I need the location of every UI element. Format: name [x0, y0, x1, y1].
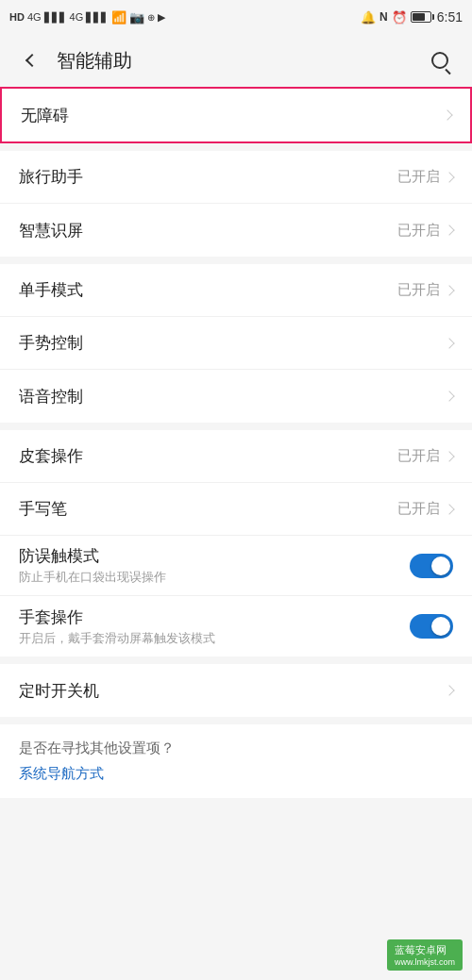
signal-4g-2: 4G	[70, 11, 84, 23]
menu-item-left: 单手模式	[19, 279, 397, 301]
page-title: 智能辅助	[57, 48, 423, 74]
menu-item-shouxie[interactable]: 手写笔 已开启	[0, 483, 472, 536]
chevron-icon	[444, 390, 454, 401]
chevron-icon	[444, 224, 454, 235]
notify-icon: 🔔	[361, 10, 376, 25]
item-title-shoushe: 手势控制	[19, 332, 444, 354]
menu-item-right: 已开启	[397, 500, 453, 518]
section-accessibility: 无障碍	[0, 87, 472, 143]
signal-bars-1: ▋▋▋	[44, 12, 67, 23]
item-subtitle-shoutao: 开启后，戴手套滑动屏幕触发该模式	[19, 630, 410, 647]
back-arrow-icon	[25, 54, 39, 67]
battery-icon	[411, 11, 431, 23]
item-title-dingshi: 定时开关机	[19, 680, 444, 702]
chevron-icon	[444, 172, 454, 182]
top-nav: 智能辅助	[0, 34, 472, 87]
menu-item-right	[442, 111, 451, 119]
menu-item-right: 已开启	[397, 168, 453, 186]
menu-item-right: 已开启	[397, 281, 453, 299]
menu-item-left: 防误触模式 防止手机在口袋出现误操作	[19, 545, 410, 586]
menu-item-left: 旅行助手	[19, 166, 397, 188]
toggle-knob-fangcuo	[431, 556, 450, 575]
status-bar: HD 4G ▋▋▋ 4G ▋▋▋ 📶 📷 ⊕ ▶ 🔔 N ⏰ 6:51	[0, 0, 472, 34]
footer-question: 是否在寻找其他设置项？	[19, 739, 453, 757]
battery-fill	[413, 13, 425, 21]
section-timer: 定时开关机	[0, 664, 472, 717]
item-status-shouxie: 已开启	[397, 500, 440, 518]
chevron-icon	[444, 685, 454, 695]
item-title-fangcuo: 防误触模式	[19, 545, 410, 567]
search-footer: 是否在寻找其他设置项？ 系统导航方式	[0, 724, 472, 798]
menu-item-shoutao[interactable]: 手套操作 开启后，戴手套滑动屏幕触发该模式	[0, 596, 472, 656]
menu-item-wuzhangai[interactable]: 无障碍	[2, 89, 470, 141]
time-display: 6:51	[437, 9, 463, 25]
item-title-zhihui: 智慧识屏	[19, 220, 397, 241]
watermark-subtext: www.lmkjst.com	[395, 957, 455, 967]
menu-item-dingshi[interactable]: 定时开关机	[0, 664, 472, 717]
menu-item-left: 手套操作 开启后，戴手套滑动屏幕触发该模式	[19, 606, 410, 647]
search-button[interactable]	[423, 43, 457, 77]
search-icon	[431, 52, 448, 69]
signal-4g-1: 4G	[27, 11, 42, 23]
menu-item-left: 手势控制	[19, 332, 444, 354]
hd-label: HD	[9, 11, 25, 23]
footer-link[interactable]: 系统导航方式	[19, 765, 453, 783]
toggle-knob-shoutao	[431, 617, 450, 636]
menu-item-left: 无障碍	[21, 105, 442, 126]
menu-item-left: 手写笔	[19, 498, 397, 520]
item-title-shouxie: 手写笔	[19, 498, 397, 520]
chevron-icon	[444, 338, 454, 348]
item-subtitle-fangcuo: 防止手机在口袋出现误操作	[19, 569, 410, 586]
content-area: 无障碍 旅行助手 已开启 智慧识屏 已开启	[0, 87, 472, 798]
section-modes: 单手模式 已开启 手势控制 语音控制	[0, 264, 472, 423]
section-cover: 皮套操作 已开启 手写笔 已开启 防误触模式 防止手机在口袋出现误操作	[0, 430, 472, 656]
item-title-wuzhangai: 无障碍	[21, 105, 442, 126]
menu-item-left: 智慧识屏	[19, 220, 397, 241]
item-title-shoutao: 手套操作	[19, 606, 410, 628]
toggle-shoutao[interactable]	[410, 614, 453, 639]
item-status-lvxing: 已开启	[397, 168, 440, 186]
status-bar-left: HD 4G ▋▋▋ 4G ▋▋▋ 📶 📷 ⊕ ▶	[9, 10, 165, 25]
item-status-pitao: 已开启	[397, 447, 440, 465]
signal-extra: 📷	[129, 10, 144, 25]
watermark-text: 蓝莓安卓网	[395, 943, 455, 957]
menu-item-left: 语音控制	[19, 386, 444, 407]
alarm-icon: ⏰	[392, 10, 407, 25]
toggle-fangcuo[interactable]	[410, 554, 453, 578]
menu-item-right	[444, 687, 453, 694]
menu-item-pitao[interactable]: 皮套操作 已开启	[0, 430, 472, 483]
menu-item-left: 定时开关机	[19, 680, 444, 702]
menu-item-right: 已开启	[397, 447, 453, 465]
menu-item-lvxing[interactable]: 旅行助手 已开启	[0, 151, 472, 204]
item-title-yuyin: 语音控制	[19, 386, 444, 407]
menu-item-right	[444, 392, 453, 400]
chevron-icon	[444, 285, 454, 295]
chevron-icon	[444, 504, 454, 514]
n-icon: N	[379, 10, 388, 24]
chevron-icon	[442, 109, 452, 120]
menu-item-shoushe[interactable]: 手势控制	[0, 317, 472, 370]
back-button[interactable]	[15, 43, 49, 77]
menu-item-right	[410, 554, 453, 578]
menu-item-right: 已开启	[397, 222, 453, 240]
menu-item-right	[410, 614, 453, 639]
menu-item-danshou[interactable]: 单手模式 已开启	[0, 264, 472, 317]
menu-item-left: 皮套操作	[19, 445, 397, 467]
status-bar-right: 🔔 N ⏰ 6:51	[361, 9, 463, 25]
menu-item-right	[444, 340, 453, 347]
item-status-zhihui: 已开启	[397, 222, 440, 240]
item-title-pitao: 皮套操作	[19, 445, 397, 467]
wifi-icon: 📶	[111, 10, 126, 25]
menu-item-fangcuo[interactable]: 防误触模式 防止手机在口袋出现误操作	[0, 536, 472, 596]
nfc-icon: ⊕	[147, 12, 155, 23]
menu-item-zhihui[interactable]: 智慧识屏 已开启	[0, 204, 472, 257]
item-title-lvxing: 旅行助手	[19, 166, 397, 188]
chevron-icon	[444, 451, 454, 461]
menu-item-yuyin[interactable]: 语音控制	[0, 370, 472, 423]
item-status-danshou: 已开启	[397, 281, 440, 299]
item-title-danshou: 单手模式	[19, 279, 397, 301]
watermark: 蓝莓安卓网 www.lmkjst.com	[387, 939, 463, 971]
section-travel: 旅行助手 已开启 智慧识屏 已开启	[0, 151, 472, 257]
signal-bars-2: ▋▋▋	[86, 12, 109, 23]
more-icon: ▶	[158, 11, 165, 24]
